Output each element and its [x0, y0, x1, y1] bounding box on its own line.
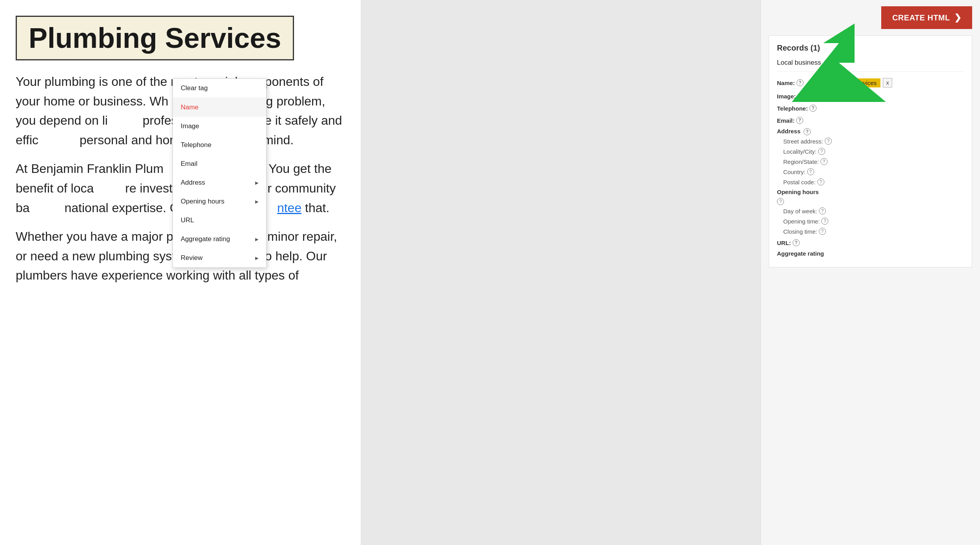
create-html-arrow-icon: ❯: [954, 13, 962, 23]
name-value-tag: Plumbing Services: [824, 78, 880, 87]
region-row: Region/State: ?: [777, 158, 964, 165]
dropdown-item-address[interactable]: Address: [173, 173, 266, 192]
name-help-icon[interactable]: ?: [797, 79, 804, 86]
dropdown-item-image[interactable]: Image: [173, 117, 266, 136]
name-field-label: Name: ?: [777, 78, 824, 86]
opening-hours-section-label: Opening hours: [777, 189, 964, 195]
context-dropdown: Clear tag Name Image Telephone Email Add…: [172, 78, 267, 268]
image-field-label: Image: ?: [777, 91, 824, 100]
country-help-icon[interactable]: ?: [807, 168, 814, 175]
create-html-button[interactable]: CREATE HTML ❯: [881, 6, 972, 29]
postal-row: Postal code: ?: [777, 178, 964, 185]
opening-time-help-icon[interactable]: ?: [821, 218, 828, 225]
day-help-icon[interactable]: ?: [819, 207, 826, 214]
records-title: Records (1): [777, 44, 964, 53]
aggregate-rating-label: Aggregate rating: [777, 250, 964, 257]
dropdown-item-telephone[interactable]: Telephone: [173, 136, 266, 154]
page-title-box: Plumbing Services: [16, 16, 294, 60]
center-background: [361, 0, 760, 545]
opening-hours-help-icon[interactable]: ?: [777, 198, 784, 205]
country-label: Country: ?: [783, 168, 834, 175]
email-help-icon[interactable]: ?: [796, 117, 803, 124]
field-row-name: Name: ? Plumbing Services x: [777, 78, 964, 87]
closing-time-label: Closing time: ?: [783, 228, 834, 235]
region-help-icon[interactable]: ?: [820, 158, 828, 165]
region-label: Region/State: ?: [783, 158, 834, 165]
page-title: Plumbing Services: [29, 24, 281, 52]
street-address-label: Street address: ?: [783, 138, 834, 145]
right-panel: CREATE HTML ❯ Records (1) Local business…: [760, 0, 980, 545]
field-row-image: Image: ?: [777, 91, 964, 100]
local-business-header: Local business ?: [777, 59, 964, 72]
telephone-field-label: Telephone: ?: [777, 104, 824, 112]
locality-help-icon[interactable]: ?: [818, 148, 825, 155]
records-panel: Records (1) Local business ? Name: ? Plu…: [769, 35, 972, 267]
dropdown-item-name[interactable]: Name: [173, 98, 266, 117]
country-row: Country: ?: [777, 168, 964, 175]
opening-time-label: Opening time: ?: [783, 218, 834, 225]
email-field-label: Email: ?: [777, 116, 824, 124]
dropdown-item-email[interactable]: Email: [173, 154, 266, 173]
dropdown-item-clear-tag[interactable]: Clear tag: [173, 79, 266, 98]
url-help-icon[interactable]: ?: [793, 239, 800, 246]
telephone-help-icon[interactable]: ?: [809, 105, 817, 112]
locality-row: Locality/City: ?: [777, 148, 964, 155]
opening-hours-help-row: ?: [777, 198, 964, 205]
day-of-week-label: Day of week: ?: [783, 207, 834, 214]
street-address-row: Street address: ?: [777, 138, 964, 145]
local-business-help-icon[interactable]: ?: [824, 59, 831, 66]
address-help-icon[interactable]: ?: [804, 128, 811, 135]
locality-label: Locality/City: ?: [783, 148, 834, 155]
name-clear-button[interactable]: x: [883, 78, 892, 87]
url-field-label: URL: ?: [777, 238, 824, 246]
field-row-email: Email: ?: [777, 116, 964, 124]
opening-time-row: Opening time: ?: [777, 218, 964, 225]
dropdown-item-url[interactable]: URL: [173, 211, 266, 230]
dropdown-item-aggregate-rating[interactable]: Aggregate rating: [173, 230, 266, 249]
guarantee-link[interactable]: ntee: [277, 201, 301, 215]
postal-help-icon[interactable]: ?: [817, 178, 824, 185]
field-row-telephone: Telephone: ?: [777, 104, 964, 112]
street-help-icon[interactable]: ?: [825, 138, 832, 145]
closing-time-row: Closing time: ?: [777, 228, 964, 235]
field-row-url: URL: ?: [777, 238, 964, 246]
image-help-icon[interactable]: ?: [797, 93, 804, 100]
dropdown-item-review[interactable]: Review: [173, 249, 266, 267]
local-business-label: Local business: [777, 59, 821, 67]
closing-time-help-icon[interactable]: ?: [819, 228, 826, 235]
dropdown-item-opening-hours[interactable]: Opening hours: [173, 192, 266, 211]
create-html-label: CREATE HTML: [892, 13, 950, 22]
day-of-week-row: Day of week: ?: [777, 207, 964, 214]
postal-label: Postal code: ?: [783, 178, 834, 185]
address-section-label: Address ?: [777, 128, 964, 135]
name-field-value-box: Plumbing Services x: [824, 78, 892, 87]
